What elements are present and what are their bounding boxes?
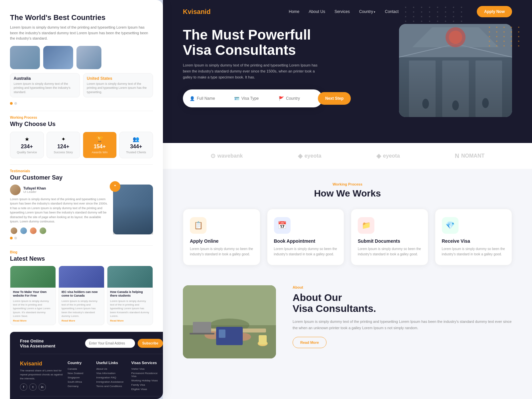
svg-rect-20 [219,330,225,338]
country-desc-us: Lorem Ipsum is simply dummy text of the … [87,82,149,94]
testimonial-image: " [113,185,153,234]
country-img-other [76,46,101,69]
country-card-us[interactable]: United States Lorem Ipsum is simply dumm… [83,73,153,97]
links-list: About Us Visa Information Immigration FA… [96,367,128,388]
eyeota1-label: eyeota [305,153,322,159]
hero-title-line1: The Must Powerfull [183,27,311,43]
link-about[interactable]: About Us [96,367,128,370]
stat-icon-clients: 👥 [122,136,150,142]
why-label: Working Process [10,116,153,119]
news-card-1[interactable]: How To Make Your Own website For Free Lo… [10,266,56,325]
news-card-3[interactable]: How Canada is helping there students Lor… [107,266,153,325]
thumb-4 [39,227,47,235]
partners-section: ⊙ wavebank ◈ eyeota ◈ eyeota N NOMANT [163,143,532,169]
stat-num-success: 124+ [50,144,77,150]
footer-links-col: Useful Links About Us Visa Information I… [96,361,128,392]
search-input-name[interactable] [197,96,223,101]
newsletter-form: Subscribe [85,339,163,348]
footer-brand: Kvisanid The nearest share of Lorem text… [20,361,64,392]
tdot-active[interactable] [10,237,13,239]
visa-working[interactable]: Working Holiday Visas [131,379,163,382]
read-more-2[interactable]: Read More [62,319,101,322]
about-image [183,285,276,358]
person-icon: 👤 [190,96,195,101]
email-input[interactable] [85,339,135,348]
visa-visitor[interactable]: Visitor Visa [131,367,163,370]
search-input-visa[interactable] [241,96,268,101]
about-image-svg [183,285,276,358]
country-images [10,46,153,69]
nav-contact[interactable]: Contact [385,9,398,14]
stat-num-quality: 234+ [13,144,41,150]
country-item-nz[interactable]: New Zealand [67,372,93,375]
search-field-country: 🚩 [279,96,313,101]
visa-eligible[interactable]: Eligible Visas [131,388,163,391]
stats-grid: ★ 234+ Quality Service ✦ 124+ Success St… [10,132,153,158]
search-field-visa: 🪪 [234,96,268,101]
read-more-button[interactable]: Read More [293,337,327,348]
subscribe-button[interactable]: Subscribe [138,339,163,348]
next-step-button[interactable]: Next Step [318,92,351,105]
wavebank-label: wavebank [217,153,243,159]
nav-country[interactable]: Country [359,9,376,14]
country-card-australia[interactable]: Australia Lorem Ipsum is simply dummy te… [10,73,80,97]
country-item-canada[interactable]: Canada [67,367,93,370]
countries-section: The World's Best Countries Lorem Ipsum i… [10,13,153,105]
news-img-1 [10,266,56,288]
twitter-icon[interactable]: t [29,383,37,391]
about-title-line2: Visa Consultants. [293,303,376,314]
testimonial-area: Tufayel Khan UI Leader Lorem Ipsum is si… [10,185,153,239]
receive-visa-icon: 💎 [442,217,459,234]
news-card-2[interactable]: IEC visa holders can now come to Canada … [59,266,104,325]
read-more-1[interactable]: Read More [13,319,53,322]
country-item-sa[interactable]: South Africa [67,380,93,383]
countries-desc: Lorem Ipsum is simply dummy text of the … [10,25,153,41]
country-desc-australia: Lorem Ipsum is simply dummy text of the … [14,82,76,94]
hero-title: The Must Powerfull Visa Consultants [183,27,323,58]
link-visa-info[interactable]: Visa Information [96,372,128,375]
stat-label-success: Success Story [50,151,77,154]
visa-col-title: Visas Services [131,361,163,365]
search-input-country[interactable] [286,96,313,101]
how-section-label: Working Process [183,182,512,186]
step-apply-online: 📋 Apply Online Lorem Ipsum is simply dum… [183,209,260,265]
step-desc-book: Lorem Ipsum is simply dummy so been the … [274,246,337,257]
link-faq[interactable]: Immigration FAQ [96,376,128,379]
instagram-icon[interactable]: in [39,383,46,391]
left-panel: The World's Best Countries Lorem Ipsum i… [0,0,163,399]
customer-details: Tufayel Khan UI Leader [23,186,46,194]
visa-family[interactable]: Family Visa [131,383,163,386]
about-title-line1: About Our [293,292,342,303]
newsletter-title: Free Online Visa Assessment [20,338,55,348]
brand-k: K [183,8,188,15]
footer-brand-name: Kvisanid [20,361,64,367]
link-terms[interactable]: Terms and Conditions [96,385,128,388]
read-more-3[interactable]: Read More [110,319,150,322]
nav-links: Home About Us Services Country Contact [289,9,399,14]
dot-inactive[interactable] [14,102,17,105]
book-appointment-icon: 📅 [274,217,291,234]
facebook-icon[interactable]: f [20,383,27,391]
footer-brand-desc: The nearest share of Lorem text for repe… [20,369,64,381]
news-desc-1: Lorem Ipsum is simply dummy text of the … [13,299,53,318]
svg-rect-22 [190,333,214,334]
news-desc-3: Lorem Ipsum is simply dummy text of the … [110,299,150,318]
nav-services[interactable]: Services [334,9,350,14]
dot-active[interactable] [10,102,13,105]
why-title: Why Choose Us [10,121,153,128]
step-desc-apply: Lorem Ipsum is simply dummy so been the … [190,246,253,257]
stat-awards: 🏆 154+ Awards Win [83,132,117,158]
news-title-2: IEC visa holders can now come to Canada [62,290,101,298]
nav-home[interactable]: Home [289,9,300,14]
link-assistance[interactable]: Immigration Assistance [96,380,128,383]
country-item-sg[interactable]: Singapore [67,376,93,379]
nav-about[interactable]: About Us [309,9,325,14]
step-book-appointment: 📅 Book Appointment Lorem Ipsum is simply… [267,209,344,265]
visa-permanent[interactable]: Permanent Residence Visa [131,372,163,378]
wavebank-icon: ⊙ [210,152,215,160]
country-item-de[interactable]: Germany [67,385,93,388]
step-title-apply: Apply Online [190,238,253,244]
apply-now-button[interactable]: Apply Now [477,6,512,17]
tdot-inactive[interactable] [14,237,17,239]
step-receive-visa: 💎 Receive Visa Lorem Ipsum is simply dum… [435,209,512,265]
